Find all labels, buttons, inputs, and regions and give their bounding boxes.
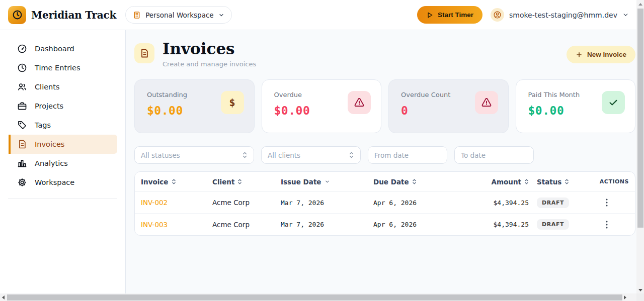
sort-icon: [565, 178, 569, 185]
amount-cell: $4,394.25: [487, 221, 529, 228]
status-filter-select[interactable]: All statuses: [134, 146, 254, 164]
sidebar-item-workspace[interactable]: Workspace: [9, 173, 117, 192]
horizontal-scroll-thumb[interactable]: [7, 294, 622, 300]
sidebar-item-invoices[interactable]: Invoices: [9, 135, 117, 154]
invoice-link[interactable]: INV-002: [135, 198, 212, 207]
select-chevrons-icon: [242, 151, 248, 159]
status-cell: DRAFT: [529, 219, 599, 230]
issue-date-cell: Mar 7, 2026: [281, 199, 373, 207]
invoice-link[interactable]: INV-003: [135, 221, 212, 229]
column-header-status[interactable]: Status: [529, 178, 599, 186]
column-header-amount[interactable]: Amount: [487, 178, 529, 186]
file-icon: [139, 48, 149, 58]
stats-row: Outstanding $0.00 $ Overdue $0.00 Overdu…: [134, 79, 635, 133]
stat-card-overdue: Overdue $0.00: [262, 79, 382, 133]
sort-icon: [237, 178, 242, 185]
users-icon: [17, 82, 27, 92]
column-header-client[interactable]: Client: [212, 178, 281, 186]
stat-value: $0.00: [274, 104, 310, 117]
scrollbar-corner: [636, 293, 644, 301]
column-header-issue-date[interactable]: Issue Date: [281, 178, 373, 186]
top-header: Meridian Track Personal Workspace Start …: [0, 0, 644, 30]
table-row: INV-003 Acme Corp Mar 7, 2026 Apr 6, 202…: [135, 214, 635, 235]
sidebar-item-label: Projects: [35, 102, 63, 110]
scroll-down-arrow[interactable]: [638, 289, 642, 291]
stat-label: Outstanding: [147, 91, 187, 98]
briefcase-icon: [17, 101, 27, 111]
sidebar-item-label: Invoices: [35, 140, 64, 148]
start-timer-button[interactable]: Start Timer: [417, 6, 482, 24]
sidebar-item-label: Analytics: [35, 159, 68, 167]
invoice-icon: [17, 139, 27, 149]
kebab-menu-icon: [606, 221, 608, 229]
column-header-invoice[interactable]: Invoice: [135, 178, 212, 186]
page-subtitle: Create and manage invoices: [163, 60, 256, 68]
invoice-page-icon: [134, 43, 154, 63]
sidebar-item-time-entries[interactable]: Time Entries: [9, 58, 117, 77]
warning-icon: [475, 91, 498, 114]
plus-icon: [576, 51, 583, 58]
scroll-left-arrow[interactable]: [2, 295, 5, 299]
sidebar-item-label: Clients: [35, 83, 60, 91]
column-header-actions: ACTIONS: [599, 178, 635, 185]
row-actions-menu-button[interactable]: [599, 221, 635, 229]
warning-icon: [348, 91, 371, 114]
new-invoice-button[interactable]: New Invoice: [567, 46, 635, 63]
sidebar: Dashboard Time Entries Clients Projects …: [0, 30, 126, 301]
from-date-input[interactable]: [374, 151, 441, 159]
stat-label: Overdue: [274, 91, 310, 98]
gear-icon: [17, 177, 27, 187]
start-timer-label: Start Timer: [438, 11, 473, 19]
vertical-scrollbar[interactable]: [636, 0, 644, 294]
column-header-due-date[interactable]: Due Date: [373, 178, 487, 186]
new-invoice-label: New Invoice: [587, 51, 626, 58]
table-header-row: Invoice Client Issue Date Due Date Amoun…: [135, 172, 635, 192]
sidebar-item-projects[interactable]: Projects: [9, 96, 117, 116]
chevron-down-icon: [622, 12, 629, 18]
dollar-icon: $: [221, 91, 244, 114]
amount-cell: $4,394.25: [487, 199, 529, 207]
table-row: INV-002 Acme Corp Mar 7, 2026 Apr 6, 202…: [135, 192, 635, 214]
sort-icon: [412, 178, 417, 185]
user-menu[interactable]: smoke-test-staging@hmm.dev: [491, 8, 629, 22]
sort-icon: [172, 178, 176, 185]
client-filter-select[interactable]: All clients: [261, 146, 361, 164]
invoices-table: Invoice Client Issue Date Due Date Amoun…: [134, 171, 635, 236]
status-badge: DRAFT: [537, 197, 569, 208]
to-date-input[interactable]: [461, 151, 527, 159]
chevron-down-icon: [218, 12, 224, 18]
sidebar-item-tags[interactable]: Tags: [9, 116, 117, 135]
user-icon: [493, 11, 502, 19]
page-title-block: Invoices Create and manage invoices: [163, 40, 256, 68]
workspace-selector[interactable]: Personal Workspace: [125, 6, 231, 24]
vertical-scroll-thumb[interactable]: [637, 9, 643, 228]
sidebar-divider: [8, 198, 117, 198]
user-email: smoke-test-staging@hmm.dev: [509, 11, 617, 19]
client-cell: Acme Corp: [212, 221, 281, 229]
sidebar-item-label: Dashboard: [35, 45, 74, 53]
stat-value: $0.00: [528, 104, 580, 117]
stat-card-paid-this-month: Paid This Month $0.00: [516, 79, 636, 133]
stat-label: Paid This Month: [528, 91, 580, 98]
sidebar-item-dashboard[interactable]: Dashboard: [9, 39, 117, 58]
check-icon: [602, 91, 625, 114]
sidebar-item-clients[interactable]: Clients: [9, 77, 117, 96]
app-logo[interactable]: [8, 6, 26, 24]
select-chevrons-icon: [349, 151, 354, 159]
issue-date-cell: Mar 7, 2026: [281, 221, 373, 228]
main-content: Invoices Create and manage invoices New …: [126, 30, 644, 301]
sort-desc-icon: [325, 179, 330, 184]
from-date-field: [368, 146, 447, 164]
client-cell: Acme Corp: [212, 198, 281, 207]
status-badge: DRAFT: [537, 219, 569, 230]
page-header: Invoices Create and manage invoices New …: [134, 40, 635, 68]
row-actions-menu-button[interactable]: [599, 198, 635, 207]
stat-card-overdue-count: Overdue Count 0: [388, 79, 509, 133]
due-date-cell: Apr 6, 2026: [373, 221, 487, 228]
scroll-right-arrow[interactable]: [624, 295, 626, 299]
bar-chart-icon: [17, 158, 27, 168]
stat-value: 0: [401, 104, 450, 117]
scroll-up-arrow[interactable]: [638, 3, 642, 6]
horizontal-scrollbar[interactable]: [0, 293, 636, 301]
sidebar-item-analytics[interactable]: Analytics: [9, 154, 117, 173]
